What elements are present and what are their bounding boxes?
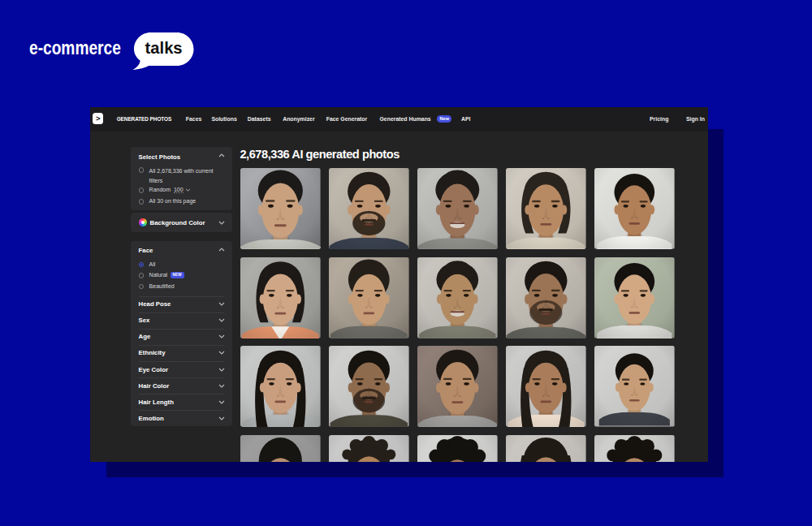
svg-text:talks: talks (145, 38, 183, 57)
svg-text:e-commerce: e-commerce (29, 38, 121, 58)
